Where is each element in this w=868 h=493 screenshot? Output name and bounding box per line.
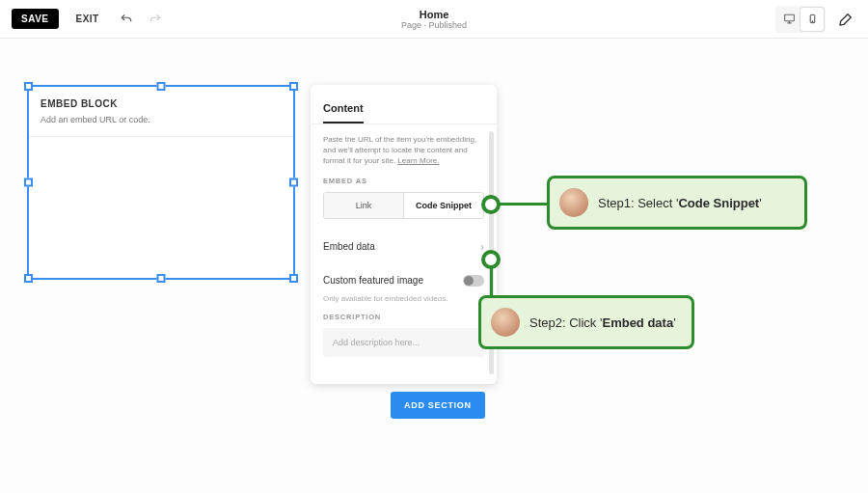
top-toolbar: SAVE EXIT Home Page · Published (0, 0, 868, 39)
mobile-icon[interactable] (800, 8, 824, 31)
resize-handle[interactable] (24, 82, 33, 91)
resize-handle[interactable] (289, 274, 298, 283)
resize-handle[interactable] (24, 274, 33, 283)
exit-button[interactable]: EXIT (68, 9, 107, 29)
save-button[interactable]: SAVE (12, 9, 59, 29)
undo-icon[interactable] (117, 10, 136, 29)
redo-icon (146, 10, 165, 29)
editor-canvas: EMBED BLOCK Add an embed URL or code. Co… (0, 39, 868, 493)
description-input[interactable]: Add description here... (323, 328, 484, 357)
embed-as-label: EMBED AS (323, 177, 484, 185)
chevron-right-icon: › (480, 240, 484, 254)
avatar (491, 308, 520, 337)
device-switcher (775, 6, 826, 33)
description-label: DESCRIPTION (323, 313, 484, 321)
embed-block[interactable]: EMBED BLOCK Add an embed URL or code. (27, 85, 295, 280)
brush-icon[interactable] (835, 9, 856, 30)
callout-step2-text: Step2: Click 'Embed data' (529, 315, 676, 330)
annotation-connector (500, 203, 550, 205)
seg-option-code-snippet[interactable]: Code Snippet (403, 193, 483, 218)
embed-block-title: EMBED BLOCK (41, 98, 282, 109)
learn-more-link[interactable]: Learn More. (397, 156, 439, 165)
resize-handle[interactable] (157, 82, 166, 91)
resize-handle[interactable] (289, 82, 298, 91)
content-panel: Content Paste the URL of the item you're… (311, 85, 497, 384)
add-section-button[interactable]: ADD SECTION (391, 392, 485, 419)
resize-handle[interactable] (24, 178, 33, 187)
svg-point-2 (812, 21, 813, 22)
svg-rect-0 (784, 14, 794, 21)
embed-data-row[interactable]: Embed data › (323, 234, 484, 260)
page-subtitle: Page · Published (401, 20, 467, 30)
seg-option-link[interactable]: Link (324, 193, 403, 218)
avatar (559, 188, 588, 217)
resize-handle[interactable] (289, 178, 298, 187)
desktop-icon[interactable] (777, 8, 800, 31)
featured-image-sub: Only available for embedded videos. (323, 294, 484, 303)
resize-handle[interactable] (157, 274, 166, 283)
panel-tab-content[interactable]: Content (323, 102, 364, 123)
panel-intro: Paste the URL of the item you're embeddi… (323, 134, 484, 167)
custom-featured-image-row: Custom featured image (323, 269, 484, 292)
annotation-pin (481, 195, 501, 214)
featured-image-label: Custom featured image (323, 275, 423, 286)
annotation-pin (481, 250, 501, 269)
callout-step1: Step1: Select 'Code Snippet' (547, 176, 807, 230)
embed-block-hint: Add an embed URL or code. (41, 115, 282, 124)
breadcrumb: Home Page · Published (401, 9, 467, 30)
embed-data-label: Embed data (323, 241, 375, 252)
callout-step2: Step2: Click 'Embed data' (478, 295, 694, 349)
embed-as-segmented: Link Code Snippet (323, 192, 484, 219)
featured-image-toggle[interactable] (463, 275, 484, 287)
page-title: Home (401, 9, 467, 20)
callout-step1-text: Step1: Select 'Code Snippet' (598, 196, 762, 210)
